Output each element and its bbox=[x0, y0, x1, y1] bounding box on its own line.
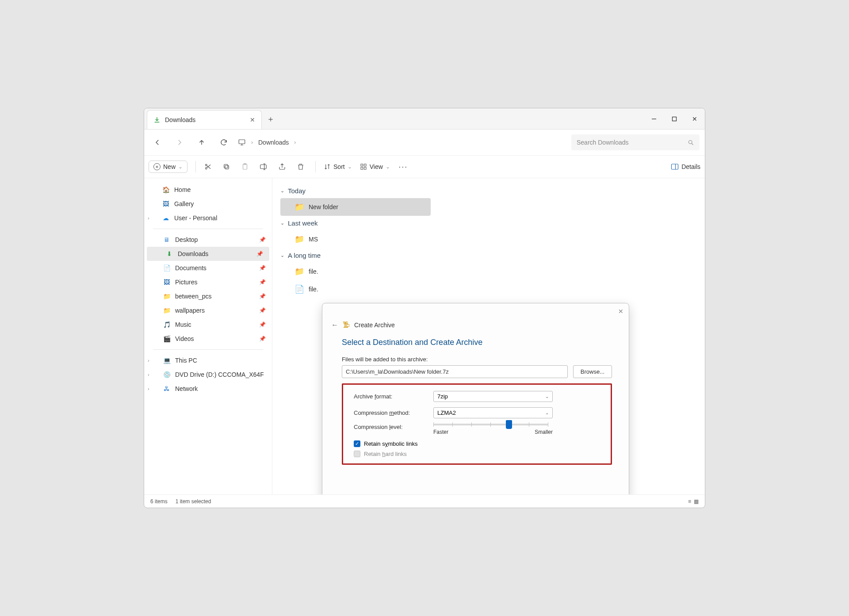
maximize-button[interactable] bbox=[664, 108, 685, 129]
new-tab-button[interactable]: ＋ bbox=[262, 108, 279, 129]
sidebar-item-dvd[interactable]: ›💿DVD Drive (D:) CCCOMA_X64FRE_EN bbox=[144, 367, 272, 382]
cut-icon[interactable] bbox=[204, 163, 214, 171]
paste-icon[interactable] bbox=[241, 163, 252, 171]
close-window-button[interactable]: ✕ bbox=[685, 108, 705, 129]
sidebar-item-pictures[interactable]: 🖼Pictures📌 bbox=[144, 275, 272, 289]
chevron-down-icon: ⌄ bbox=[280, 253, 284, 258]
chevron-right-icon[interactable]: › bbox=[148, 386, 149, 391]
pin-icon: 📌 bbox=[259, 336, 266, 342]
sidebar-item-this-pc[interactable]: ›💻This PC bbox=[144, 353, 272, 367]
folder-icon: 📁 bbox=[163, 292, 171, 300]
group-long-time[interactable]: ⌄A long time bbox=[280, 252, 697, 259]
details-label: Details bbox=[681, 163, 700, 170]
dialog-close-button[interactable]: ✕ bbox=[618, 308, 623, 315]
browse-button[interactable]: Browse... bbox=[573, 365, 612, 378]
chevron-right-icon[interactable]: › bbox=[148, 358, 149, 363]
search-input[interactable]: Search Downloads bbox=[571, 134, 700, 150]
new-button[interactable]: + New ⌄ bbox=[149, 161, 187, 173]
tab-downloads[interactable]: Downloads ✕ bbox=[147, 110, 262, 129]
svg-rect-7 bbox=[224, 165, 228, 168]
sidebar-item-gallery[interactable]: 🖼Gallery bbox=[144, 197, 272, 211]
file-row[interactable]: 📁file. bbox=[280, 263, 431, 280]
chevron-down-icon: ⌄ bbox=[545, 394, 549, 399]
delete-icon[interactable] bbox=[297, 163, 307, 171]
svg-rect-15 bbox=[672, 164, 678, 169]
svg-rect-2 bbox=[239, 140, 245, 144]
files-added-label: Files will be added to this archive: bbox=[342, 356, 612, 363]
breadcrumb[interactable]: › Downloads › bbox=[238, 138, 296, 146]
disc-icon: 💿 bbox=[163, 371, 171, 379]
chevron-right-icon[interactable]: › bbox=[148, 372, 149, 377]
sort-button[interactable]: Sort ⌄ bbox=[324, 163, 352, 170]
sidebar-item-videos[interactable]: 🎬Videos📌 bbox=[144, 332, 272, 346]
folder-icon: 📁 bbox=[163, 306, 171, 314]
sidebar-label: User - Personal bbox=[174, 214, 217, 222]
sort-icon bbox=[324, 163, 331, 170]
sidebar-item-network[interactable]: ›🖧Network bbox=[144, 382, 272, 396]
title-bar: Downloads ✕ ＋ ✕ bbox=[144, 108, 705, 130]
slider-faster-label: Faster bbox=[433, 429, 448, 435]
back-icon[interactable]: ← bbox=[331, 321, 338, 329]
sidebar-item-desktop[interactable]: 🖥Desktop📌 bbox=[144, 233, 272, 247]
pin-icon: 📌 bbox=[259, 307, 266, 314]
checkbox-label: Retain symbolic links bbox=[364, 440, 417, 447]
dialog-heading: Select a Destination and Create Archive bbox=[342, 338, 612, 347]
new-label: New bbox=[163, 163, 176, 170]
sidebar-item-downloads[interactable]: ⬇Downloads📌 bbox=[147, 247, 269, 261]
up-button[interactable] bbox=[194, 134, 210, 150]
file-row-new-folder[interactable]: 📁New folder bbox=[280, 198, 431, 216]
forward-button[interactable] bbox=[172, 134, 187, 150]
back-button[interactable] bbox=[149, 134, 165, 150]
pin-icon: 📌 bbox=[259, 265, 266, 271]
sidebar-label: between_pcs bbox=[175, 293, 212, 300]
separator bbox=[195, 161, 196, 172]
separator bbox=[153, 349, 263, 350]
archive-format-label: Archive format: bbox=[354, 393, 433, 400]
sidebar-item-user-onedrive[interactable]: ›☁User - Personal bbox=[144, 211, 272, 225]
tiles-view-icon[interactable]: ▦ bbox=[694, 498, 699, 505]
network-icon: 🖧 bbox=[163, 385, 171, 393]
sidebar-label: Music bbox=[175, 321, 191, 328]
pin-icon: 📌 bbox=[256, 251, 263, 257]
home-icon: 🏠 bbox=[162, 186, 170, 194]
archive-format-select[interactable]: 7zip⌄ bbox=[433, 391, 553, 402]
rename-icon[interactable] bbox=[260, 163, 270, 171]
close-tab-icon[interactable]: ✕ bbox=[250, 116, 255, 123]
details-view-icon[interactable]: ≡ bbox=[688, 498, 691, 505]
sidebar-item-home[interactable]: 🏠Home bbox=[144, 183, 272, 197]
group-label: Last week bbox=[288, 219, 318, 227]
svg-point-4 bbox=[205, 168, 207, 169]
slider-thumb[interactable] bbox=[506, 420, 512, 429]
more-icon[interactable]: ··· bbox=[398, 162, 409, 172]
chevron-right-icon[interactable]: › bbox=[148, 215, 149, 221]
view-button[interactable]: View ⌄ bbox=[360, 163, 390, 170]
details-pane-button[interactable]: Details bbox=[671, 163, 700, 170]
group-last-week[interactable]: ⌄Last week bbox=[280, 219, 697, 227]
refresh-button[interactable] bbox=[216, 134, 232, 150]
svg-rect-10 bbox=[260, 165, 267, 169]
retain-symbolic-links-checkbox[interactable]: ✓ Retain symbolic links bbox=[354, 440, 600, 447]
sidebar-item-documents[interactable]: 📄Documents📌 bbox=[144, 261, 272, 275]
copy-icon[interactable] bbox=[222, 163, 233, 171]
sidebar-item-between-pcs[interactable]: 📁between_pcs📌 bbox=[144, 289, 272, 303]
download-icon: ⬇ bbox=[165, 250, 173, 258]
chevron-right-icon: › bbox=[294, 139, 296, 145]
compression-level-slider[interactable] bbox=[433, 424, 548, 425]
archive-path-input[interactable] bbox=[342, 365, 568, 378]
slider-smaller-label: Smaller bbox=[535, 429, 553, 435]
file-row[interactable]: 📄file. bbox=[280, 280, 431, 298]
share-icon[interactable] bbox=[278, 163, 289, 171]
sidebar-item-music[interactable]: 🎵Music📌 bbox=[144, 318, 272, 332]
compression-method-select[interactable]: LZMA2⌄ bbox=[433, 407, 553, 418]
checkbox-checked-icon: ✓ bbox=[354, 440, 360, 447]
group-today[interactable]: ⌄Today bbox=[280, 187, 697, 195]
tab-title: Downloads bbox=[165, 116, 195, 123]
svg-rect-11 bbox=[361, 164, 363, 166]
file-row-ms[interactable]: 📁MS bbox=[280, 230, 431, 248]
file-name: file. bbox=[309, 286, 318, 293]
file-name: New folder bbox=[309, 203, 338, 210]
sidebar-item-wallpapers[interactable]: 📁wallpapers📌 bbox=[144, 303, 272, 318]
sidebar-label: Network bbox=[175, 385, 198, 392]
minimize-button[interactable] bbox=[644, 108, 664, 129]
breadcrumb-location[interactable]: Downloads bbox=[258, 139, 289, 146]
